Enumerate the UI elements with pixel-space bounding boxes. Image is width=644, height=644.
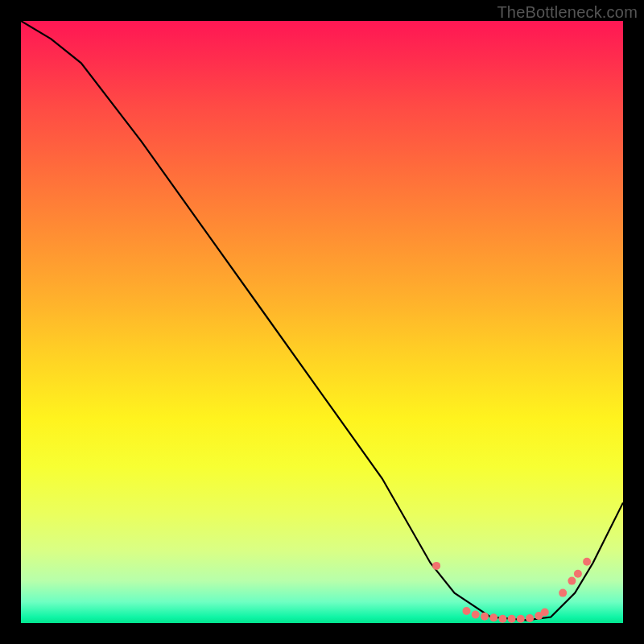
marker-dot [517,615,525,623]
marker-dot [559,589,567,597]
marker-dot [508,615,516,623]
marker-dot [432,562,440,570]
bottleneck-curve [21,21,623,623]
marker-dot [568,577,576,585]
watermark-text: TheBottleneck.com [497,3,638,22]
marker-dot [481,613,489,621]
marker-dot [541,609,549,617]
marker-dot [574,570,582,578]
marker-dot [583,558,591,566]
marker-dot [472,611,480,619]
marker-dot [489,613,497,621]
curve-line [21,21,623,620]
plot-area [21,21,623,623]
marker-dot [463,607,471,615]
marker-dot [526,614,534,622]
marker-dot [498,615,506,623]
chart-frame: TheBottleneck.com [0,0,644,644]
marker-group [432,558,591,623]
